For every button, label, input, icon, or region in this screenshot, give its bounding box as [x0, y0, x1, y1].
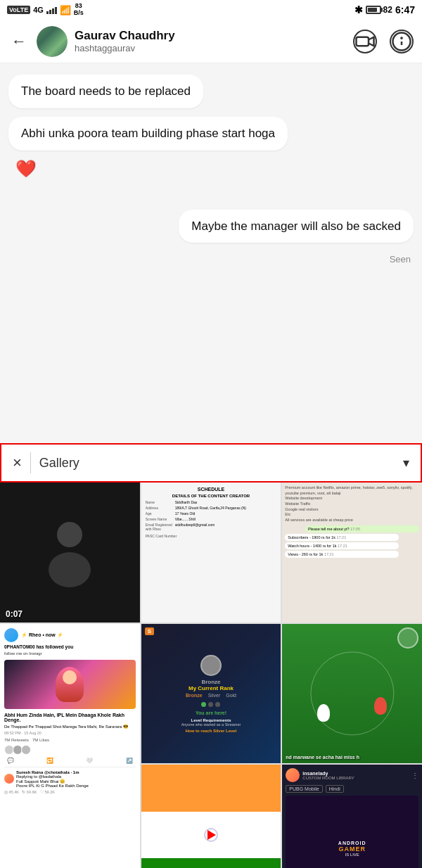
gallery-divider — [30, 452, 31, 473]
media-cell-custom-room[interactable]: insanelady CUSTOM ROOM LIBRARY ⋮ PUBG Mo… — [282, 765, 422, 868]
video-duration: 0:07 — [6, 609, 23, 619]
contact-info: Gaurav Chaudhry hashtaggaurav — [75, 29, 346, 53]
header-icons — [353, 30, 414, 53]
media-cell-document[interactable]: SCHEDULE DETAILS OF THE CONTENT CREATOR … — [141, 483, 281, 623]
data-speed: 83 B/s — [74, 3, 84, 17]
rank-title: My Current Rank — [188, 685, 234, 691]
heart-reaction: ❤️ — [15, 159, 37, 179]
gallery-close-button[interactable]: × — [13, 454, 22, 472]
battery-icon — [366, 6, 381, 14]
media-cell-india-flag[interactable]: 15 Watching — [141, 765, 281, 868]
chat-area: The board needs to be replaced Abhi unka… — [0, 63, 422, 443]
message-1: The board needs to be replaced — [8, 75, 203, 108]
message-3: Maybe the manager will also be sacked — [179, 210, 414, 243]
media-cell-tweet[interactable]: ⚡ Rheo • now ⚡ 0PHANTOM00 has followed y… — [0, 624, 140, 868]
battery-container: 82 — [366, 5, 392, 15]
gallery-dropdown-icon[interactable]: ▾ — [403, 455, 409, 471]
contact-username: hashtaggaurav — [75, 43, 346, 53]
volte-badge: VoLTE — [7, 6, 30, 14]
media-cell-sport[interactable]: nd marwane se acha hai miss h — [282, 624, 422, 764]
info-button[interactable] — [390, 30, 414, 53]
gallery-bar: × Gallery ▾ — [0, 443, 422, 483]
status-bar: VoLTE 4G 📶 83 B/s ✱ 82 6:47 — [0, 0, 422, 20]
media-cell-video[interactable]: 0:07 — [0, 483, 140, 623]
wifi-icon: 📶 — [60, 5, 71, 15]
battery-level: 82 — [383, 5, 392, 15]
gallery-label: Gallery — [39, 456, 395, 471]
svg-point-4 — [57, 522, 82, 547]
seen-label: Seen — [390, 254, 411, 264]
contact-name: Gaurav Chaudhry — [75, 29, 346, 43]
media-grid: 0:07 SCHEDULE DETAILS OF THE CONTENT CRE… — [0, 483, 422, 868]
bluetooth-icon: ✱ — [354, 4, 363, 15]
signal-4g: 4G — [33, 6, 44, 14]
svg-rect-0 — [357, 37, 369, 46]
status-left: VoLTE 4G 📶 83 B/s — [7, 3, 84, 17]
chat-header: ← Gaurav Chaudhry hashtaggaurav — [0, 20, 422, 63]
media-cell-streamer-rank[interactable]: Bronze My Current Rank Bronze Silver Gol… — [141, 624, 281, 764]
time-display: 6:47 — [395, 4, 415, 15]
back-button[interactable]: ← — [8, 30, 30, 53]
you-are-here: You are here! — [196, 710, 226, 715]
video-call-button[interactable] — [353, 30, 377, 53]
status-right: ✱ 82 6:47 — [354, 4, 415, 15]
message-2: Abhi unka poora team building phase star… — [8, 117, 288, 151]
media-cell-chat-services[interactable]: Premium account like Netflix, amazon pri… — [282, 483, 422, 623]
signal-bars — [46, 6, 57, 14]
contact-avatar[interactable] — [37, 26, 68, 57]
svg-point-5 — [49, 552, 91, 587]
